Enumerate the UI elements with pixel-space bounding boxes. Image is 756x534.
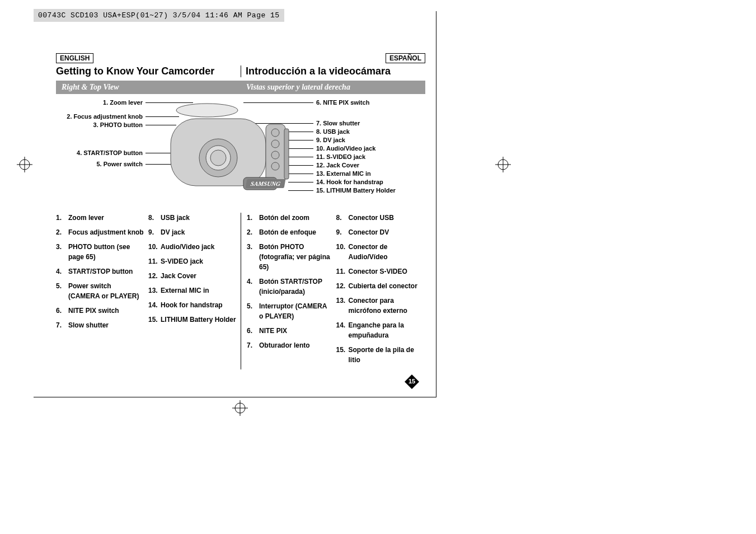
list-item: 8.Conector USB [336, 213, 421, 223]
list-item: 2.Botón de enfoque [247, 227, 332, 237]
subtitle-es: Vistas superior y lateral derecha [241, 81, 425, 94]
list-item-number: 7. [247, 340, 259, 350]
list-item-text: Obturador lento [259, 340, 332, 350]
list-item-text: Focus adjustment knob [68, 227, 144, 237]
list-item-text: S-VIDEO jack [161, 256, 236, 266]
list-item: 9.Conector DV [336, 227, 421, 237]
svg-point-19 [271, 151, 279, 159]
list-item: 11.Conector S-VIDEO [336, 266, 421, 277]
list-item-number: 7. [56, 320, 68, 330]
list-item-text: Botón PHOTO (fotografía; ver página 65) [259, 242, 332, 272]
list-item-number: 6. [247, 326, 259, 336]
page-number: 15 [404, 378, 420, 385]
registration-mark-icon [232, 400, 248, 416]
section-title-es: Introducción a la videocámara [241, 65, 425, 77]
list-item-text: PHOTO button (see page 65) [68, 242, 144, 262]
list-item-number: 8. [148, 213, 161, 223]
list-item-number: 9. [148, 227, 161, 237]
list-item: 14.Enganche para la empuñadura [336, 320, 421, 340]
list-item-number: 11. [336, 266, 349, 277]
list-item-text: Botón START/STOP (inicio/parada) [259, 277, 332, 297]
list-item: 4.START/STOP button [56, 266, 144, 277]
list-item-number: 4. [56, 266, 68, 277]
list-item-number: 9. [336, 227, 349, 237]
list-item-text: Hook for handstrap [161, 300, 236, 310]
list-item: 13.Conector para micrófono externo [336, 296, 421, 316]
list-item-text: NITE PIX switch [68, 306, 144, 316]
list-item-text: Jack Cover [161, 271, 236, 281]
brand-badge: SAMSUNG [246, 179, 286, 188]
list-item-text: Interruptor (CAMERA o PLAYER) [259, 301, 332, 321]
list-item-number: 2. [247, 227, 259, 237]
svg-rect-16 [284, 129, 289, 179]
list-item-number: 12. [148, 271, 161, 281]
registration-mark-icon [495, 157, 511, 172]
list-item-text: NITE PIX [259, 326, 332, 336]
list-item-number: 11. [148, 256, 161, 266]
list-item-number: 5. [56, 281, 68, 301]
subtitle-en: Right & Top View [56, 81, 241, 94]
list-item-number: 12. [336, 281, 349, 291]
list-item: 15.LITHIUM Battery Holder [148, 315, 236, 325]
list-item-text: Conector para micrófono externo [349, 296, 421, 316]
list-item-text: Botón de enfoque [259, 227, 332, 237]
list-item: 1.Zoom lever [56, 213, 144, 223]
svg-point-17 [271, 129, 279, 137]
diagram-callout: 5. Power switch [96, 161, 143, 167]
parts-list-en: 1.Zoom lever2.Focus adjustment knob3.PHO… [56, 213, 241, 369]
list-item: 10.Audio/Video jack [148, 242, 236, 252]
registration-mark-icon [17, 157, 32, 172]
lang-label-en: ENGLISH [56, 53, 93, 63]
list-item-number: 1. [247, 213, 259, 223]
list-item-text: Conector DV [349, 227, 421, 237]
list-item-number: 13. [336, 296, 349, 316]
list-item-number: 4. [247, 277, 259, 297]
list-item: 5.Power switch (CAMERA or PLAYER) [56, 281, 144, 301]
list-item-number: 10. [336, 242, 349, 262]
list-item: 13.External MIC in [148, 285, 236, 296]
list-item-number: 14. [336, 320, 349, 340]
list-item-number: 15. [336, 345, 349, 365]
list-item: 6.NITE PIX switch [56, 306, 144, 316]
list-item: 1.Botón del zoom [247, 213, 332, 223]
diagram-callout: 3. PHOTO button [93, 121, 143, 128]
lang-label-es: ESPAÑOL [386, 53, 425, 63]
list-item: 12.Jack Cover [148, 271, 236, 281]
section-title-en: Getting to Know Your Camcorder [56, 65, 241, 77]
list-item-number: 3. [56, 242, 68, 262]
list-item-number: 13. [148, 285, 161, 296]
svg-point-20 [271, 162, 279, 170]
parts-list-es: 1.Botón del zoom2.Botón de enfoque3.Botó… [241, 213, 425, 369]
list-item-number: 8. [336, 213, 349, 223]
list-item: 2.Focus adjustment knob [56, 227, 144, 237]
list-item-text: Slow shutter [68, 320, 144, 330]
list-item-text: Audio/Video jack [161, 242, 236, 252]
svg-point-9 [176, 104, 238, 117]
list-item-number: 15. [148, 315, 161, 325]
list-item: 7.Obturador lento [247, 340, 332, 350]
list-item: 14.Hook for handstrap [148, 300, 236, 310]
list-item: 3.Botón PHOTO (fotografía; ver página 65… [247, 242, 332, 272]
list-item-text: START/STOP button [68, 266, 144, 277]
list-item: 12.Cubierta del conector [336, 281, 421, 291]
list-item-text: LITHIUM Battery Holder [161, 315, 236, 325]
camcorder-diagram: 1. Zoom lever 2. Focus adjustment knob 3… [56, 96, 425, 208]
list-item-text: Cubierta del conector [349, 281, 421, 291]
svg-point-18 [271, 140, 279, 148]
manual-page: ENGLISH ESPAÑOL Getting to Know Your Cam… [56, 53, 425, 369]
list-item-number: 1. [56, 213, 68, 223]
diagram-callout: 4. START/STOP button [77, 149, 143, 156]
list-item-text: Soporte de la pila de litio [349, 345, 421, 365]
list-item: 10.Conector de Audio/Vídeo [336, 242, 421, 262]
diagram-callout: 15. LITHIUM Battery Holder [316, 187, 396, 194]
list-item: 9.DV jack [148, 227, 236, 237]
diagram-callout: 1. Zoom lever [103, 99, 143, 106]
list-item-number: 5. [247, 301, 259, 321]
list-item-number: 14. [148, 300, 161, 310]
list-item-number: 6. [56, 306, 68, 316]
list-item: 6.NITE PIX [247, 326, 332, 336]
list-item: 8.USB jack [148, 213, 236, 223]
list-item-text: DV jack [161, 227, 236, 237]
list-item: 4.Botón START/STOP (inicio/parada) [247, 277, 332, 297]
svg-point-14 [210, 150, 226, 166]
